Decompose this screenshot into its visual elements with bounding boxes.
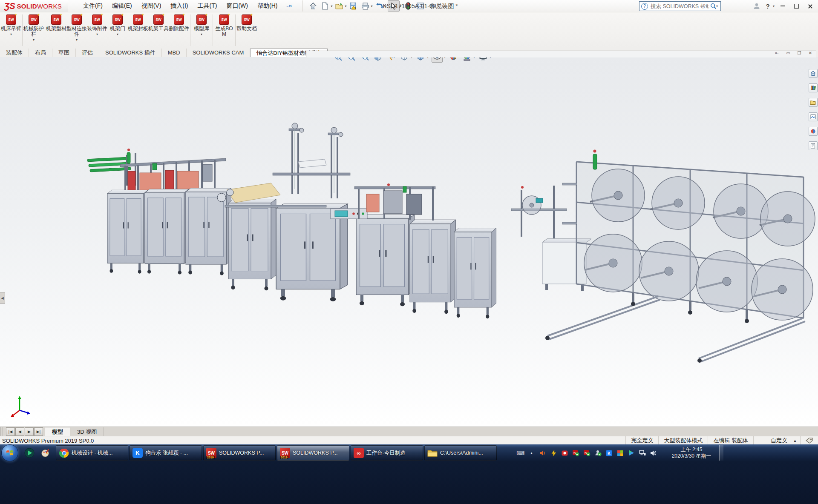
dropdown-arrow[interactable]: ▾: [76, 38, 78, 42]
tab-solidworks-cam[interactable]: SOLIDWORKS CAM: [187, 49, 251, 57]
network-icon[interactable]: [639, 450, 646, 457]
sw-check-icon[interactable]: S: [572, 450, 579, 457]
user-icon[interactable]: [751, 1, 762, 11]
open-dropdown-arrow[interactable]: ▾: [345, 4, 346, 8]
section-view-icon[interactable]: [373, 57, 383, 62]
previous-view-icon[interactable]: [360, 57, 370, 62]
ribbon-button-profile-connector[interactable]: ✦SW 型材连接件 ▾: [66, 12, 87, 49]
ribbon-button-model-library[interactable]: ✦SW 模型库 ▾: [191, 12, 212, 49]
ribbon-button-frame-profile[interactable]: ✦SW 机架型材: [46, 12, 66, 49]
print-icon[interactable]: [360, 1, 371, 11]
ribbon-button-guard-rail[interactable]: ✦SW 机械防护栏 ▾: [23, 12, 44, 49]
ribbon-button-decoration[interactable]: ✦SW 装饰附件 ▾: [87, 12, 107, 49]
ribbon-button-help-doc[interactable]: ✦SW 帮助文档: [236, 12, 257, 49]
doc-arrange-icon[interactable]: ⇤: [774, 50, 781, 55]
machine-assembly-3d-model[interactable]: [0, 57, 818, 427]
ribbon-button-delete-fitting[interactable]: ✦SW 删除配件: [169, 12, 189, 49]
ribbon-button-generate-bom[interactable]: ✦SW 生成BOM: [214, 12, 234, 49]
pin-menu-icon[interactable]: 📌︎: [285, 1, 294, 10]
open-icon[interactable]: [334, 1, 345, 11]
magnifier-icon[interactable]: [710, 3, 717, 9]
tab-layout[interactable]: 布局: [29, 49, 52, 57]
search-input[interactable]: [650, 3, 709, 10]
show-desktop-button[interactable]: [719, 445, 723, 461]
paint-icon[interactable]: [40, 448, 51, 458]
tag-button[interactable]: [800, 436, 818, 445]
edit-appearance-icon[interactable]: [449, 57, 459, 62]
next-tab-icon[interactable]: ▶: [25, 427, 34, 436]
last-tab-icon[interactable]: ▶|: [34, 427, 43, 436]
tab-assembly[interactable]: 装配体: [0, 49, 29, 57]
hide-annotations-icon[interactable]: A: [386, 57, 396, 62]
print-dropdown-arrow[interactable]: ▾: [371, 4, 372, 8]
taskbar-app-explorer-folder[interactable]: C:\Users\Admini...: [424, 445, 497, 461]
media-player-icon[interactable]: [24, 448, 35, 458]
home-icon[interactable]: [308, 1, 319, 11]
view-settings-icon[interactable]: [478, 57, 488, 62]
new-document-icon[interactable]: [320, 1, 331, 11]
sw-check-icon-2[interactable]: S: [583, 450, 590, 457]
first-tab-icon[interactable]: |◀: [6, 427, 15, 436]
show-hidden-icons-icon[interactable]: ▴: [528, 450, 535, 457]
apply-scene-icon[interactable]: [462, 57, 472, 62]
menu-tools[interactable]: 工具(T): [193, 0, 222, 11]
ribbon-button-frame-door[interactable]: ✦SW 机架门 ▾: [107, 12, 128, 49]
ribbon-button-frame-panel[interactable]: ✦SW 机架封板: [128, 12, 148, 49]
help-dropdown-arrow[interactable]: ▾: [773, 4, 775, 8]
touch-keyboard-icon[interactable]: ⌨︎: [517, 450, 524, 457]
new-dropdown-arrow[interactable]: ▾: [331, 4, 332, 8]
dropdown-arrow[interactable]: ▾: [96, 32, 98, 36]
taskbar-app-kugou[interactable]: K 狗音乐 张靓颖 - ...: [130, 445, 202, 461]
dropdown-arrow[interactable]: ▾: [10, 32, 12, 36]
help-search-box[interactable]: ? ▾: [639, 1, 721, 11]
recorder-icon[interactable]: [561, 450, 568, 457]
menu-help[interactable]: 帮助(H): [253, 0, 282, 11]
search-dropdown-arrow[interactable]: ▾: [716, 4, 718, 8]
tab-3d-views[interactable]: 3D 视图: [70, 427, 104, 436]
kugou-tray-icon[interactable]: K: [605, 450, 613, 457]
ribbon-button-frame-tool[interactable]: ✦SW 机架工具: [148, 12, 169, 49]
taskbar-app-solidworks-1[interactable]: SW2019 SOLIDWORKS P...: [203, 445, 276, 461]
save-icon[interactable]: [348, 1, 359, 11]
tab-mbd[interactable]: MBD: [162, 49, 187, 57]
display-style-icon[interactable]: [415, 57, 426, 62]
taskbar-app-worktable[interactable]: ∞ 工作台-今日制造: [351, 445, 423, 461]
doc-minimize-icon[interactable]: ▭: [785, 50, 792, 55]
lightning-icon[interactable]: [550, 450, 557, 457]
menu-edit[interactable]: 编辑(E): [107, 0, 137, 11]
taskbar-app-solidworks-2-active[interactable]: SW2019 SOLIDWORKS P...: [277, 445, 349, 461]
dropdown-arrow[interactable]: ▾: [33, 38, 35, 42]
doc-close-icon[interactable]: ✕: [807, 50, 814, 55]
minimize-button[interactable]: [776, 1, 789, 11]
doc-restore-icon[interactable]: ❐: [796, 50, 803, 55]
pane-splitter-handle[interactable]: [0, 427, 3, 436]
hide-show-items-icon[interactable]: [432, 57, 443, 63]
menu-window[interactable]: 窗口(W): [222, 0, 253, 11]
color-grid-icon[interactable]: [616, 450, 624, 457]
menu-view[interactable]: 视图(V): [137, 0, 166, 11]
status-customize[interactable]: 自定义 ▲: [753, 436, 800, 445]
ribbon-button-machine-crane[interactable]: ✦SW 机床吊臂 ▾: [1, 12, 21, 49]
security-check-icon[interactable]: [594, 450, 602, 457]
tab-sketch[interactable]: 草图: [52, 49, 76, 57]
view-orientation-icon[interactable]: [399, 57, 409, 62]
play-tray-icon[interactable]: [628, 450, 635, 457]
menu-insert[interactable]: 插入(I): [166, 0, 193, 11]
help-icon[interactable]: ?: [762, 1, 773, 11]
menu-file[interactable]: 文件(F): [78, 0, 107, 11]
taskbar-clock[interactable]: 上午 2:45 2020/3/30 星期一: [666, 447, 717, 459]
volume-icon[interactable]: [650, 450, 657, 457]
audio-red-icon[interactable]: [539, 450, 546, 457]
zoom-to-fit-icon[interactable]: [333, 57, 343, 62]
taskbar-app-chrome[interactable]: 机械设计 - 机械...: [56, 445, 128, 461]
graphics-viewport[interactable]: A ▾ ▾ ▾ ▾ ▾: [0, 57, 818, 427]
tab-solidworks-addins[interactable]: SOLIDWORKS 插件: [99, 49, 162, 57]
prev-tab-icon[interactable]: ◀: [15, 427, 24, 436]
close-button[interactable]: [804, 1, 816, 11]
tab-model[interactable]: 模型: [45, 427, 70, 436]
tab-evaluate[interactable]: 评估: [76, 49, 99, 57]
dropdown-arrow[interactable]: ▾: [201, 32, 202, 36]
zoom-to-area-icon[interactable]: [346, 57, 357, 62]
start-button[interactable]: [1, 444, 18, 461]
dropdown-arrow[interactable]: ▾: [117, 32, 118, 36]
